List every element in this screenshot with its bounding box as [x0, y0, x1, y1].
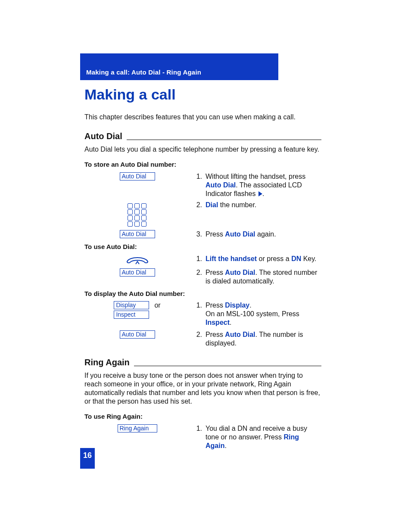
step-text: Without lifting the handset, press Auto … — [206, 172, 321, 198]
feature-key-display: Display — [114, 301, 149, 309]
procedure-step: 1. Without lifting the handset, press Au… — [190, 172, 321, 198]
keypad-icon — [128, 203, 147, 227]
procedure-visual: Auto Dial — [84, 268, 190, 277]
ring-again-description: If you receive a busy tone or the person… — [84, 371, 321, 406]
procedure-row: Auto Dial 3. Press Auto Dial again. — [84, 230, 321, 239]
rule-line — [127, 140, 321, 140]
rule-line — [134, 366, 321, 366]
procedure-row: Ring Again 1. You dial a DN and receive … — [84, 424, 321, 450]
step-text: Press Auto Dial again. — [206, 230, 321, 239]
subheading-auto-dial: Auto Dial — [84, 131, 122, 142]
procedure-visual — [84, 201, 190, 227]
procedure-title-ring-again: To use Ring Again: — [84, 413, 321, 421]
procedure-visual: Ring Again — [84, 424, 190, 432]
procedure-visual: Auto Dial — [84, 230, 190, 238]
procedure-step: 3. Press Auto Dial again. — [190, 230, 321, 239]
procedure-step: 2. Press Auto Dial. The stored number is… — [190, 268, 321, 286]
feature-key-auto-dial: Auto Dial — [120, 172, 155, 180]
procedure-visual: Auto Dial — [84, 172, 190, 180]
section-header-text: Making a call: Auto Dial - Ring Again — [86, 68, 201, 77]
page-title: Making a call — [84, 85, 176, 104]
procedure-title-display: To display the Auto Dial number: — [84, 290, 321, 298]
feature-key-auto-dial: Auto Dial — [120, 268, 155, 277]
procedure-row: Display Inspect or 1. Press Display. On … — [84, 301, 321, 327]
step-number: 1. — [190, 424, 206, 450]
subheading-row: Ring Again — [84, 357, 321, 368]
page-number: 16 — [83, 451, 92, 460]
step-text: Press Display. On an MSL-100 system, Pre… — [206, 301, 321, 327]
feature-key-inspect: Inspect — [114, 311, 149, 319]
procedure-visual: Auto Dial — [84, 330, 190, 339]
procedure-step: 1. Press Display. On an MSL-100 system, … — [190, 301, 321, 327]
auto-dial-description: Auto Dial lets you dial a specific telep… — [84, 145, 321, 154]
procedure-step: 2. Press Auto Dial. The number is displa… — [190, 330, 321, 348]
procedure-row: Auto Dial 1. Without lifting the handset… — [84, 172, 321, 198]
procedure-visual — [84, 255, 190, 266]
procedure-row: Auto Dial 2. Press Auto Dial. The number… — [84, 330, 321, 348]
procedure-visual: Display Inspect or — [84, 301, 190, 319]
procedure-row: Auto Dial 2. Press Auto Dial. The stored… — [84, 268, 321, 286]
step-text: Lift the handset or press a DN Key. — [206, 255, 321, 263]
subheading-ring-again: Ring Again — [84, 357, 130, 368]
step-number: 1. — [190, 172, 206, 198]
play-triangle-icon — [258, 191, 262, 196]
page-content: This chapter describes features that you… — [84, 109, 321, 453]
or-label: or — [154, 301, 160, 310]
procedure-step: 2. Dial the number. — [190, 201, 321, 209]
procedure-row: 1. Lift the handset or press a DN Key. — [84, 255, 321, 266]
step-number: 2. — [190, 330, 206, 348]
step-text: Dial the number. — [206, 201, 321, 209]
step-text: Press Auto Dial. The number is displayed… — [206, 330, 321, 348]
step-number: 3. — [190, 230, 206, 239]
step-number: 2. — [190, 201, 206, 209]
subheading-row: Auto Dial — [84, 131, 321, 142]
procedure-title-use: To use Auto Dial: — [84, 243, 321, 251]
step-number: 2. — [190, 268, 206, 286]
procedure-step: 1. You dial a DN and receive a busy tone… — [190, 424, 321, 450]
feature-key-auto-dial: Auto Dial — [120, 330, 155, 339]
procedure-title-store: To store an Auto Dial number: — [84, 161, 321, 169]
feature-key-ring-again: Ring Again — [118, 424, 157, 432]
section-header-bar: Making a call: Auto Dial - Ring Again — [80, 53, 278, 80]
procedure-row: 2. Dial the number. — [84, 201, 321, 227]
intro-paragraph: This chapter describes features that you… — [84, 113, 321, 121]
step-text: You dial a DN and receive a busy tone or… — [206, 424, 321, 450]
handset-icon — [125, 255, 150, 266]
step-number: 1. — [190, 255, 206, 263]
procedure-step: 1. Lift the handset or press a DN Key. — [190, 255, 321, 263]
feature-key-auto-dial: Auto Dial — [120, 230, 155, 238]
step-number: 1. — [190, 301, 206, 327]
page-number-tab: 16 — [80, 448, 95, 469]
step-text: Press Auto Dial. The stored number is di… — [206, 268, 321, 286]
